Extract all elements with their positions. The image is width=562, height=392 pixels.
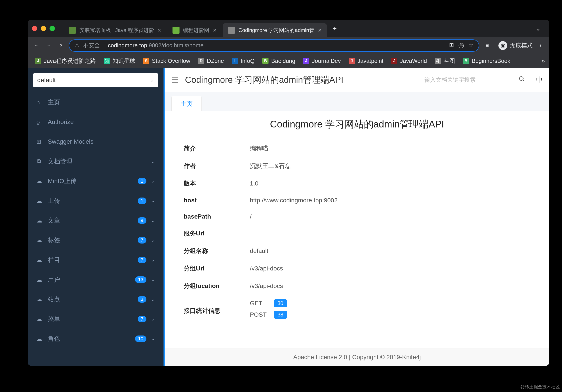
insecure-icon: ⚠ <box>74 43 79 49</box>
http-method: GET <box>250 300 267 307</box>
chevron-down-icon: ⌄ <box>151 198 155 204</box>
sidebar: default ⌄ ⌂主页⍜Authorize⊞Swagger Models🗎文… <box>28 68 164 366</box>
bookmark-3[interactable]: DDZone <box>195 56 227 66</box>
info-value: 1.0 <box>245 175 536 192</box>
bookmark-icon: J <box>349 58 355 64</box>
info-value: /v3/api-docs <box>245 278 536 294</box>
doc-search-input[interactable] <box>424 74 508 86</box>
info-value <box>245 225 536 242</box>
nav-label: 上传 <box>48 197 133 205</box>
tab-home[interactable]: 主页 <box>171 96 202 111</box>
tabs-dropdown[interactable]: ⌄ <box>536 25 540 32</box>
info-value: / <box>245 209 536 224</box>
nav-icon: ⊞ <box>36 138 43 145</box>
bookmark-label: DZone <box>207 58 224 64</box>
info-row: 服务Url <box>178 225 536 242</box>
close-tab-icon[interactable]: × <box>318 27 321 34</box>
bookmark-label: 知识星球 <box>112 57 135 65</box>
info-row: 简介编程喵 <box>178 140 536 157</box>
sidebar-item-11[interactable]: ☁菜单7⌄ <box>28 309 164 329</box>
collapse-sidebar-icon[interactable]: ☰ <box>171 75 178 85</box>
sidebar-item-5[interactable]: ☁上传1⌄ <box>28 191 164 211</box>
bookmark-7[interactable]: JJavatpoint <box>346 56 387 66</box>
nav-label: Swagger Models <box>48 138 155 145</box>
info-value: 编程喵 <box>245 140 536 157</box>
nav-icon: ☁ <box>36 178 43 185</box>
info-key: 分组名称 <box>178 242 244 259</box>
nav-icon: ☁ <box>36 237 43 244</box>
sidebar-item-10[interactable]: ☁站点3⌄ <box>28 290 164 309</box>
sidebar-item-8[interactable]: ☁栏目7⌄ <box>28 250 164 270</box>
address-bar[interactable]: ⚠ 不安全 | codingmore.top:9002/doc.html#/ho… <box>69 39 479 52</box>
count-badge: 9 <box>138 217 146 224</box>
close-tab-icon[interactable]: × <box>158 27 161 34</box>
close-window[interactable] <box>32 26 37 31</box>
back-button[interactable]: ← <box>32 41 41 50</box>
new-tab-button[interactable]: + <box>330 24 339 33</box>
favicon-icon <box>173 27 179 34</box>
browser-tab-2[interactable]: Codingmore 学习网站的admin管× <box>223 23 327 37</box>
extensions-icon[interactable]: ▣ <box>483 41 492 50</box>
bookmarks-bar: JJava程序员进阶之路知知识星球SStack OverflowDDZoneII… <box>28 54 549 68</box>
translate2-icon[interactable]: ㊥ <box>458 42 464 49</box>
close-tab-icon[interactable]: × <box>213 27 216 34</box>
sidebar-item-12[interactable]: ☁角色10⌄ <box>28 329 164 349</box>
tab-title: 安装宝塔面板 | Java 程序员进阶 <box>79 27 154 34</box>
browser-tab-0[interactable]: 安装宝塔面板 | Java 程序员进阶× <box>64 23 166 37</box>
reload-button[interactable]: ⟳ <box>57 41 65 50</box>
sidebar-item-0[interactable]: ⌂主页 <box>28 92 164 112</box>
bookmark-icon: J <box>303 58 309 64</box>
count-badge: 1 <box>138 178 146 184</box>
sidebar-item-1[interactable]: ⍜Authorize <box>28 112 164 132</box>
nav-label: 栏目 <box>48 256 133 264</box>
url-text: codingmore.top:9002/doc.html#/home <box>108 42 204 49</box>
nav-icon: ☁ <box>36 316 43 323</box>
sidebar-item-9[interactable]: ☁用户13⌄ <box>28 270 164 290</box>
forward-button[interactable]: → <box>44 41 53 50</box>
bookmark-10[interactable]: BBeginnersBook <box>460 56 513 66</box>
sidebar-item-6[interactable]: ☁文章9⌄ <box>28 211 164 230</box>
bookmark-8[interactable]: JJavaWorld <box>388 56 430 66</box>
info-value: GET30POST38 <box>245 295 536 326</box>
search-icon[interactable] <box>519 76 525 84</box>
sidebar-item-4[interactable]: ☁MinIO上传1⌄ <box>28 171 164 191</box>
stats-row: 接口统计信息GET30POST38 <box>178 295 536 326</box>
count-badge: 7 <box>138 257 146 263</box>
bookmark-1[interactable]: 知知识星球 <box>101 56 138 67</box>
info-row: hosthttp://www.codingmore.top:9002 <box>178 192 536 208</box>
watermark: @稀土掘金技术社区 <box>520 384 560 390</box>
sidebar-item-7[interactable]: ☁标签7⌄ <box>28 230 164 250</box>
sidebar-item-3[interactable]: 🗎文档管理⌄ <box>28 152 164 171</box>
group-select[interactable]: default ⌄ <box>33 73 158 87</box>
favicon-icon <box>228 27 235 34</box>
info-key: 服务Url <box>178 225 244 242</box>
menu-button[interactable]: ⋮ <box>536 41 545 50</box>
main-header: ☰ Codingmore 学习网站的admin管理端API 中 <box>165 68 549 92</box>
incognito-icon: ◉ <box>498 41 507 50</box>
count-badge: 10 <box>135 336 146 342</box>
bookmark-0[interactable]: JJava程序员进阶之路 <box>32 56 99 67</box>
stat-line: POST38 <box>250 311 530 319</box>
translate-icon[interactable]: ⊞ <box>449 42 454 49</box>
bookmark-icon: 斗 <box>435 58 441 64</box>
minimize-window[interactable] <box>41 26 46 31</box>
bookmark-label: Baeldung <box>271 58 295 64</box>
favicon-icon <box>69 27 76 34</box>
bookmark-4[interactable]: IInfoQ <box>229 56 258 66</box>
sidebar-item-2[interactable]: ⊞Swagger Models <box>28 132 164 152</box>
bookmark-label: JavaWorld <box>400 58 427 64</box>
page-title: Codingmore 学习网站的admin管理端API <box>178 118 536 131</box>
bookmark-2[interactable]: SStack Overflow <box>140 56 193 66</box>
maximize-window[interactable] <box>49 26 55 31</box>
bookmark-6[interactable]: JJournalDev <box>300 56 344 66</box>
browser-tab-1[interactable]: 编程进阶网× <box>167 23 222 37</box>
bookmark-label: InfoQ <box>241 58 255 64</box>
bookmark-9[interactable]: 斗斗图 <box>432 56 458 67</box>
nav-icon: ☁ <box>36 336 43 342</box>
bookmarks-overflow[interactable]: » <box>541 57 545 64</box>
language-toggle[interactable]: 中 <box>536 75 543 84</box>
browser-window: 安装宝塔面板 | Java 程序员进阶×编程进阶网×Codingmore 学习网… <box>28 20 549 366</box>
svg-point-0 <box>519 77 523 81</box>
bookmark-5[interactable]: BBaeldung <box>259 56 298 66</box>
bookmark-star-icon[interactable]: ☆ <box>468 42 473 49</box>
